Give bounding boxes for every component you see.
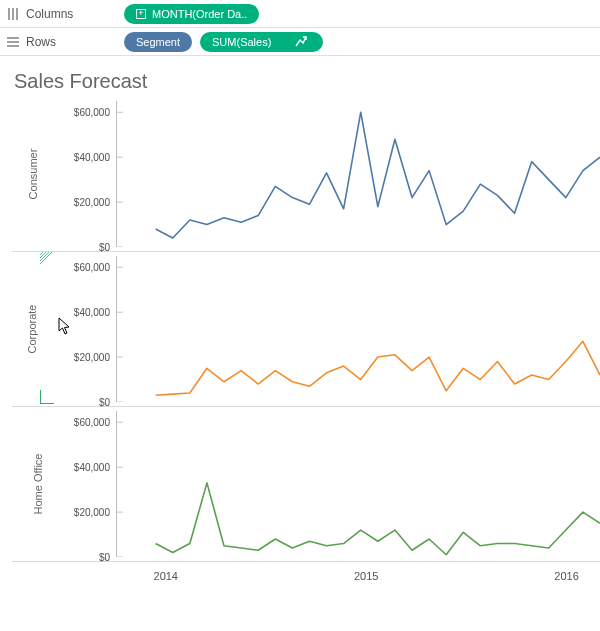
y-tick-label: $40,000 [60,462,110,473]
expand-icon: + [136,9,146,19]
series-line [156,112,600,238]
y-tick-label: $0 [60,397,110,408]
series-line [156,341,600,395]
y-tick-label: $20,000 [60,197,110,208]
x-tick-label: 2014 [154,570,178,582]
rows-shelf[interactable]: Rows Segment SUM(Sales) [0,28,600,56]
x-tick-label: 2015 [354,570,378,582]
columns-label-wrap: Columns [6,7,116,21]
y-tick-label: $60,000 [60,417,110,428]
page-title: Sales Forecast [0,56,600,97]
segment-label: Consumer [27,149,39,200]
x-tick-label: 2016 [554,570,578,582]
pill-segment[interactable]: Segment [124,32,192,52]
pill-sum-sales[interactable]: SUM(Sales) [200,32,323,52]
columns-label: Columns [26,7,73,21]
forecast-icon [295,35,307,49]
x-axis: 201420152016 [128,562,600,592]
y-axis-ticks: $0$20,000$40,000$60,000 [62,256,116,402]
plot-area[interactable] [116,411,600,557]
y-tick-label: $0 [60,552,110,563]
y-axis-ticks: $0$20,000$40,000$60,000 [62,101,116,247]
columns-icon [6,7,20,21]
y-tick-label: $0 [60,242,110,253]
pill-label: Segment [136,36,180,48]
segment-label: Home Office [32,454,44,515]
chart-panel: Consumer$0$20,000$40,000$60,000 [12,97,600,252]
selection-corner-top-left-icon [40,252,54,266]
y-tick-label: $40,000 [60,307,110,318]
segment-label: Corporate [26,305,38,354]
chart-panel: Home Office$0$20,000$40,000$60,000 [12,407,600,562]
selection-corner-bottom-left-icon [40,390,54,404]
plot-area[interactable] [116,256,600,402]
y-axis-ticks: $0$20,000$40,000$60,000 [62,411,116,557]
rows-icon [6,35,20,49]
plot-area[interactable] [116,101,600,247]
chart-panel: Corporate$0$20,000$40,000$60,000 [12,252,600,407]
chart-area: Consumer$0$20,000$40,000$60,000Corporate… [0,97,600,592]
y-tick-label: $20,000 [60,352,110,363]
rows-label-wrap: Rows [6,35,116,49]
rows-label: Rows [26,35,56,49]
pill-month-order-date[interactable]: + MONTH(Order Da.. [124,4,259,24]
y-tick-label: $60,000 [60,262,110,273]
svg-marker-14 [40,252,54,266]
y-tick-label: $60,000 [60,107,110,118]
pill-label: MONTH(Order Da.. [152,8,247,20]
y-tick-label: $20,000 [60,507,110,518]
y-tick-label: $40,000 [60,152,110,163]
pill-label: SUM(Sales) [212,36,271,48]
columns-shelf[interactable]: Columns + MONTH(Order Da.. [0,0,600,28]
series-line [156,483,600,555]
